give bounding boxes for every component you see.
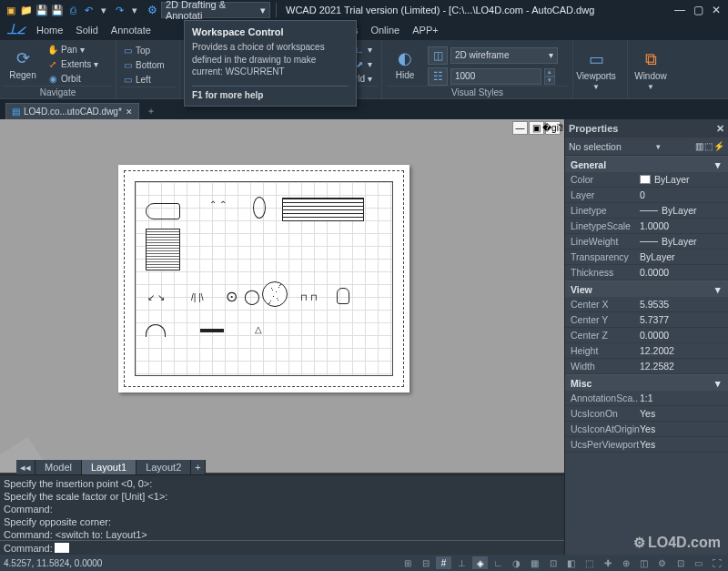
visual-style-dropdown[interactable]: 2D wireframe▾ — [450, 47, 558, 64]
close-button[interactable]: ✕ — [708, 3, 724, 17]
vs-value-field[interactable]: 1000 — [450, 68, 541, 85]
symbol-2: /| |\ — [191, 292, 204, 302]
status-btn[interactable]: ◧ — [563, 556, 579, 569]
top-view-button[interactable]: ▭Top — [120, 44, 167, 57]
menu-solid[interactable]: Solid — [76, 25, 97, 36]
stair-symbol — [146, 229, 180, 270]
minimize-button[interactable]: — — [672, 3, 688, 17]
maximize-button[interactable]: ▢ — [690, 3, 706, 17]
menu-home[interactable]: Home — [36, 25, 63, 36]
toilet-symbol — [337, 288, 349, 304]
menu-app[interactable]: APP+ — [412, 25, 438, 36]
cursor — [55, 543, 69, 553]
status-btn[interactable]: ▦ — [527, 556, 542, 569]
status-btn[interactable]: # — [436, 556, 451, 569]
left-icon: ▭ — [122, 75, 133, 85]
orbit-icon: ◉ — [47, 74, 58, 84]
quick-access-toolbar: ▣ 📁 💾 💾 ⎙ ↶ ▾ ↷ ▾ — [4, 3, 142, 17]
close-tab-icon[interactable]: ✕ — [126, 107, 133, 117]
hide-icon: ◐ — [398, 48, 412, 68]
command-window[interactable]: Specify the insertion point <0, 0>: Spec… — [0, 474, 564, 555]
status-btn[interactable]: ⊟ — [418, 556, 433, 569]
extents-icon: ⤢ — [47, 59, 58, 69]
section-general[interactable]: General▼ — [565, 156, 728, 172]
panel-close-icon[interactable]: ✕ — [716, 123, 724, 135]
status-toggles: ⊞ ⊟ # ⊥ ◈ ∟ ◑ ▦ ⊡ ◧ ⬚ ✚ ⊕ ◫ ⚙ ⊡ ▭ ⛶ — [399, 556, 724, 569]
drawing-canvas[interactable]: — ▣ �giงิ ⌃ ⌃ ↙ ↘ /| |\ ⊙ ◯ ⊓ ⊓ — [0, 119, 564, 473]
cmd-line: Specify the scale factor or [Unit] <1>: — [4, 490, 561, 503]
symbol: ⌃ ⌃ — [209, 199, 227, 209]
menu-bar: ⟂∠ Home Solid Annotate Export Express On… — [0, 20, 728, 40]
layout-scroll-left[interactable]: ◂◂ — [16, 460, 35, 474]
vs-icon[interactable]: ◫ — [428, 46, 448, 65]
chevron-down-icon: ▾ — [549, 50, 553, 60]
window-button[interactable]: ⧉ Window ▼ — [632, 42, 670, 98]
bottom-view-button[interactable]: ▭Bottom — [120, 58, 167, 72]
tab-layout2[interactable]: Layout2 — [136, 460, 191, 474]
undo-icon[interactable]: ↶ — [81, 3, 96, 17]
redo-icon[interactable]: ↷ — [112, 3, 126, 17]
status-btn[interactable]: ▭ — [691, 556, 706, 569]
flash-icon[interactable]: ⚡ — [713, 141, 724, 151]
spin-down[interactable]: ▾ — [544, 76, 555, 85]
filter-icon[interactable]: ▥ — [695, 141, 703, 151]
status-btn[interactable]: ⊡ — [672, 556, 688, 569]
undo-dd-icon[interactable]: ▾ — [96, 3, 111, 17]
status-btn[interactable]: ✚ — [600, 556, 615, 569]
watermark: ⚙ LO4D.com — [633, 535, 721, 551]
ribbon-group-window: ⧉ Window ▼ — [628, 40, 728, 98]
spin-up[interactable]: ▴ — [544, 68, 555, 76]
status-btn[interactable]: ⊕ — [618, 556, 633, 569]
ribbon-group-views: ▭Top ▭Bottom ▭Left — [116, 40, 180, 98]
new-icon[interactable]: ▣ — [4, 3, 18, 17]
canvas-container: — ▣ �giงิ ⌃ ⌃ ↙ ↘ /| |\ ⊙ ◯ ⊓ ⊓ — [0, 119, 564, 555]
tab-layout1[interactable]: Layout1 — [82, 460, 136, 474]
vs-icon-2[interactable]: ☷ — [428, 67, 448, 86]
left-view-button[interactable]: ▭Left — [120, 73, 167, 87]
window-icon: ⧉ — [645, 50, 657, 69]
status-btn[interactable]: ⬚ — [581, 556, 597, 569]
menu-online[interactable]: Online — [370, 25, 399, 36]
extents-button[interactable]: ⤢Extents ▾ — [46, 57, 100, 71]
app-logo-icon[interactable]: ⟂∠ — [7, 20, 25, 38]
workspace-label: 2D Drafting & Annotati — [166, 0, 260, 21]
menu-annotate[interactable]: Annotate — [111, 25, 151, 36]
group-label-navigate: Navigate — [4, 86, 112, 98]
doc-minimize[interactable]: — — [512, 121, 528, 135]
status-btn[interactable]: ◈ — [472, 556, 488, 569]
orbit-button[interactable]: ◉Orbit — [46, 72, 100, 86]
status-btn[interactable]: ⛶ — [709, 556, 724, 569]
regen-icon: ⟳ — [16, 48, 30, 68]
pan-button[interactable]: ✋Pan ▾ — [46, 43, 100, 56]
status-btn[interactable]: ⊞ — [399, 556, 415, 569]
section-misc[interactable]: Misc▼ — [565, 374, 728, 391]
status-btn[interactable]: ⚙ — [654, 556, 670, 569]
tab-model[interactable]: Model — [35, 460, 82, 474]
redo-dd-icon[interactable]: ▾ — [127, 3, 142, 17]
ribbon-group-viewports: ▭ Viewports ▼ — [573, 40, 628, 98]
doc-close[interactable]: �giงิ — [545, 121, 561, 135]
section-view[interactable]: View▼ — [565, 280, 728, 297]
open-icon[interactable]: 📁 — [19, 3, 34, 17]
document-tab[interactable]: ▤ LO4D.co...utoCAD.dwg* ✕ — [5, 103, 139, 119]
hide-button[interactable]: ◐ Hide — [386, 42, 424, 86]
regen-button[interactable]: ⟳ Regen — [4, 42, 42, 86]
status-btn[interactable]: ◑ — [509, 556, 524, 569]
pick-icon[interactable]: ⬚ — [704, 141, 713, 151]
layout-add[interactable]: + — [191, 460, 205, 474]
status-btn[interactable]: ◫ — [636, 556, 652, 569]
status-btn[interactable]: ⊥ — [454, 556, 470, 569]
status-btn[interactable]: ⊡ — [545, 556, 561, 569]
workspace-gear-icon[interactable]: ⚙ — [147, 4, 157, 16]
doc-window-controls: — ▣ �giงิ — [512, 121, 561, 135]
viewports-button[interactable]: ▭ Viewports ▼ — [577, 42, 615, 98]
add-tab-button[interactable]: ＋ — [143, 103, 159, 119]
save-icon[interactable]: 💾 — [35, 3, 49, 17]
plot-icon[interactable]: ⎙ — [66, 3, 80, 17]
command-input[interactable]: Command: — [0, 540, 564, 555]
selection-row[interactable]: No selection ▾ ▥⬚⚡ — [565, 138, 728, 156]
status-btn[interactable]: ∟ — [490, 556, 506, 569]
workspace-dropdown[interactable]: 2D Drafting & Annotati ▾ — [161, 2, 270, 18]
cmd-line: Command: <switch to: Layout1> — [4, 528, 561, 541]
saveas-icon[interactable]: 💾 — [50, 3, 65, 17]
